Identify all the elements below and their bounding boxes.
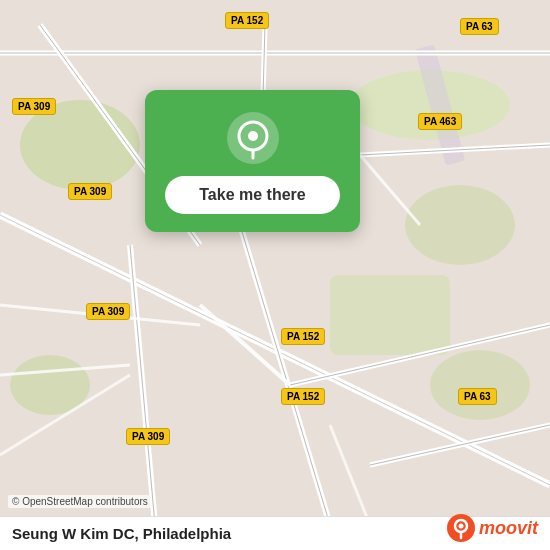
take-me-there-button[interactable]: Take me there: [165, 176, 340, 214]
location-card: Take me there: [145, 90, 360, 232]
map-container: PA 63 PA 152 PA 309 PA 463 PA 309 PA 309…: [0, 0, 550, 550]
road-label-pa152-top: PA 152: [225, 12, 269, 29]
road-label-pa152-lower: PA 152: [281, 388, 325, 405]
road-label-pa463: PA 463: [418, 113, 462, 130]
osm-attribution-text: © OpenStreetMap contributors: [12, 496, 148, 507]
svg-rect-4: [330, 275, 450, 355]
moovit-text: moovit: [479, 518, 538, 539]
moovit-icon: [447, 514, 475, 542]
svg-point-39: [458, 524, 463, 529]
bottom-bar: Seung W Kim DC, Philadelphia moovit: [0, 516, 550, 550]
location-pin-icon: [227, 112, 279, 164]
road-label-pa63-top: PA 63: [460, 18, 499, 35]
svg-point-6: [430, 350, 530, 420]
svg-point-3: [405, 185, 515, 265]
road-label-pa309-left: PA 309: [12, 98, 56, 115]
osm-attribution: © OpenStreetMap contributors: [8, 495, 152, 508]
svg-point-35: [248, 131, 258, 141]
road-label-pa309-bottom: PA 309: [126, 428, 170, 445]
road-label-pa309-mid: PA 309: [68, 183, 112, 200]
road-label-pa309-lower: PA 309: [86, 303, 130, 320]
road-label-pa152-mid: PA 152: [281, 328, 325, 345]
moovit-logo: moovit: [447, 514, 538, 542]
road-label-pa63-right: PA 63: [458, 388, 497, 405]
